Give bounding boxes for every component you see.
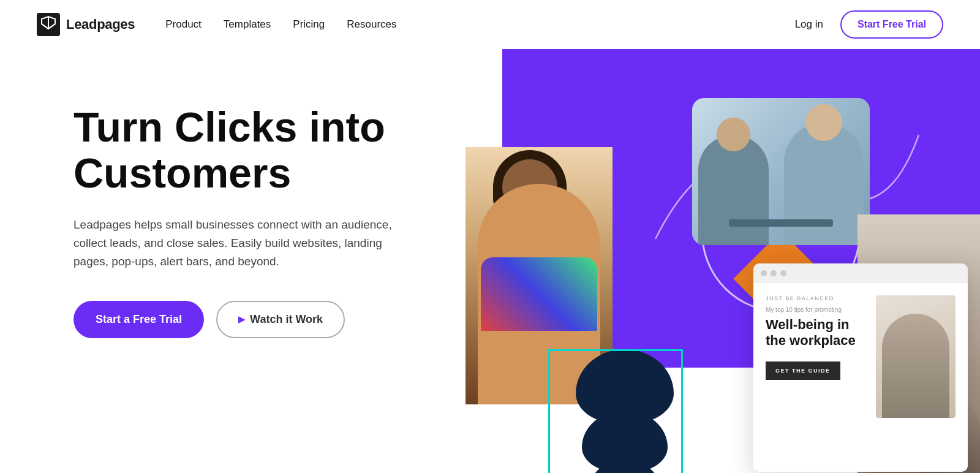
hero-section: Turn Clicks into Customers Leadpages hel… <box>0 49 980 473</box>
play-icon: ▶ <box>238 314 245 324</box>
mockup-pretitle: My top 10 tips for promoting <box>766 306 866 313</box>
brand-name: Leadpages <box>66 17 135 32</box>
mockup-dot-3 <box>780 270 786 276</box>
mockup-dot-1 <box>761 270 767 276</box>
hero-left: Turn Clicks into Customers Leadpages hel… <box>0 49 466 473</box>
nav-links: Product Templates Pricing Resources <box>165 18 396 31</box>
navbar: Leadpages Product Templates Pricing Reso… <box>0 0 980 49</box>
nav-item-product[interactable]: Product <box>165 18 202 31</box>
hero-buttons: Start a Free Trial ▶ Watch it Work <box>74 301 466 338</box>
nav-trial-button[interactable]: Start Free Trial <box>840 10 943 39</box>
start-trial-button[interactable]: Start a Free Trial <box>74 301 204 338</box>
watch-work-button[interactable]: ▶ Watch it Work <box>216 301 345 338</box>
mockup-image <box>876 295 956 418</box>
mockup-brand-tag: JUST BE BALANCED <box>766 295 866 301</box>
nav-item-templates[interactable]: Templates <box>224 18 271 31</box>
mockup-dot-2 <box>771 270 777 276</box>
logo[interactable]: Leadpages <box>37 13 135 36</box>
mockup-main-heading: Well-being in the workplace <box>766 317 866 349</box>
hero-heading: Turn Clicks into Customers <box>74 104 441 196</box>
logo-icon <box>37 13 60 36</box>
hero-right: JUST BE BALANCED My top 10 tips for prom… <box>429 49 980 473</box>
nav-item-resources[interactable]: Resources <box>347 18 396 31</box>
hero-subtext: Leadpages helps small businesses connect… <box>74 216 404 271</box>
people-photo <box>692 98 870 245</box>
mockup-cta-button[interactable]: GET THE GUIDE <box>766 361 840 380</box>
nav-right: Log in Start Free Trial <box>795 10 943 39</box>
nav-item-pricing[interactable]: Pricing <box>293 18 325 31</box>
mockup-topbar <box>753 263 968 283</box>
page-mockup: JUST BE BALANCED My top 10 tips for prom… <box>753 263 968 472</box>
mockup-text-content: JUST BE BALANCED My top 10 tips for prom… <box>766 295 866 418</box>
login-link[interactable]: Log in <box>795 18 823 31</box>
teal-rectangle-frame <box>548 349 683 473</box>
yoga-person-figure <box>882 314 949 418</box>
